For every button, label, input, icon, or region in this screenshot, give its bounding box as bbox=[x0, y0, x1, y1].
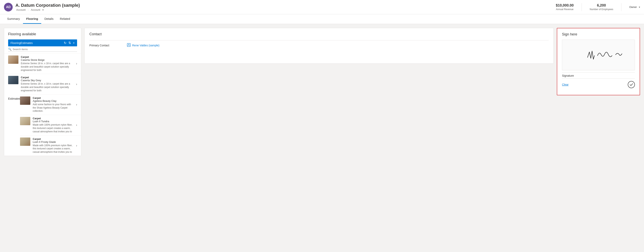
owner-field: Owner ▾ bbox=[629, 6, 640, 8]
carpet-info: Carpet Lush II Tundra Made with 100% pre… bbox=[33, 117, 74, 133]
employees-label: Number of Employees bbox=[590, 8, 613, 11]
contact-panel: Contact Primary Contact Rene Valdes (sam… bbox=[84, 28, 554, 64]
carpet-type: Carpet bbox=[33, 96, 74, 100]
carpet-info: Carpet Ageless Beauty Clay Add some fash… bbox=[33, 96, 74, 113]
primary-contact-name[interactable]: Rene Valdes (sample) bbox=[132, 44, 159, 47]
item-chevron-icon: › bbox=[76, 144, 77, 148]
sign-panel: Sign here Signature Clear bbox=[557, 28, 640, 95]
list-item[interactable]: Carpet Ageless Beauty Clay Add some fash… bbox=[20, 94, 81, 115]
carpet-name: Caserta Sky Grey bbox=[21, 79, 74, 82]
carpet-desc: Made with 100% premium nylon fiber, this… bbox=[33, 123, 74, 133]
contact-title: Contact bbox=[89, 32, 549, 36]
carpet-type: Carpet bbox=[21, 76, 74, 79]
header-divider bbox=[582, 3, 582, 11]
search-input[interactable] bbox=[13, 48, 77, 51]
page-title: A. Datum Corporation (sample) bbox=[16, 3, 80, 8]
carpet-info: Carpet Lush II Frosty Glade Made with 10… bbox=[33, 138, 74, 154]
sign-actions: Clear bbox=[562, 78, 635, 89]
owner-label: Owner bbox=[629, 6, 637, 8]
tab-summary[interactable]: Summary bbox=[4, 14, 23, 24]
item-chevron-icon: › bbox=[76, 62, 77, 66]
carpet-thumbnail bbox=[20, 117, 30, 125]
list-item[interactable]: Carpet Caserta Stone Beige Extreme Serie… bbox=[4, 53, 81, 74]
estimates-section: Estimates Carpet Ageless Beauty Clay Add… bbox=[4, 94, 81, 156]
breadcrumb-account[interactable]: Account bbox=[16, 8, 26, 11]
list-item[interactable]: Carpet Lush II Tundra Made with 100% pre… bbox=[20, 115, 81, 135]
list-item[interactable]: Carpet Caserta Sky Grey Extreme Series 1… bbox=[4, 74, 81, 94]
estimates-items: Carpet Ageless Beauty Clay Add some fash… bbox=[20, 94, 81, 156]
add-icon[interactable]: + bbox=[73, 41, 75, 45]
avatar: AD bbox=[4, 3, 13, 12]
carpet-desc: Add some fashion to your floors with the… bbox=[33, 103, 74, 113]
refresh-icon[interactable]: ↻ bbox=[64, 41, 66, 45]
subheader-bar-label: FlooringEstimates bbox=[10, 42, 62, 44]
employees-stat: 6,200 Number of Employees bbox=[590, 3, 613, 11]
header-title: A. Datum Corporation (sample) Account · … bbox=[16, 3, 80, 11]
confirm-button[interactable] bbox=[628, 81, 635, 88]
tab-details[interactable]: Details bbox=[41, 14, 57, 24]
flooring-body: Carpet Caserta Stone Beige Extreme Serie… bbox=[4, 53, 81, 156]
contact-person-icon bbox=[127, 43, 130, 48]
search-bar: 🔍 bbox=[8, 48, 77, 52]
primary-contact-value[interactable]: Rene Valdes (sample) bbox=[127, 43, 159, 48]
clear-button[interactable]: Clear bbox=[562, 83, 568, 86]
carpet-name: Caserta Stone Beige bbox=[21, 58, 74, 62]
svg-point-1 bbox=[128, 44, 130, 45]
carpet-thumbnail bbox=[8, 76, 18, 84]
tab-flooring[interactable]: Flooring bbox=[23, 14, 41, 24]
carpet-type: Carpet bbox=[33, 117, 74, 120]
flooring-panel: Flooring available FlooringEstimates ↻ ⇅… bbox=[4, 28, 81, 156]
item-chevron-icon: › bbox=[76, 123, 77, 127]
tab-related[interactable]: Related bbox=[57, 14, 73, 24]
carpet-type: Carpet bbox=[21, 56, 74, 58]
checkmark-icon bbox=[629, 82, 634, 87]
main-content: Flooring available FlooringEstimates ↻ ⇅… bbox=[0, 24, 644, 160]
contact-row: Primary Contact Rene Valdes (sample) bbox=[89, 40, 549, 50]
carpet-desc: Extreme Series 18 in. x 18 in. carpet ti… bbox=[21, 82, 74, 92]
primary-contact-label: Primary Contact bbox=[89, 44, 121, 47]
flooring-items-list: Carpet Caserta Stone Beige Extreme Serie… bbox=[4, 53, 81, 156]
nav-tabs: Summary Flooring Details Related bbox=[0, 14, 644, 24]
item-chevron-icon: › bbox=[76, 103, 77, 106]
carpet-desc: Extreme Series 18 in. x 18 in. carpet ti… bbox=[21, 62, 74, 72]
owner-chevron-icon[interactable]: ▾ bbox=[639, 6, 640, 8]
signature-svg bbox=[562, 40, 635, 70]
carpet-thumbnail bbox=[8, 56, 18, 64]
flooring-title: Flooring available bbox=[4, 32, 81, 40]
breadcrumb-account2[interactable]: Account bbox=[31, 8, 40, 11]
sign-title: Sign here bbox=[562, 32, 635, 36]
flooring-subheader-bar: FlooringEstimates ↻ ⇅ + bbox=[8, 40, 77, 46]
carpet-thumbnail bbox=[20, 96, 30, 105]
annual-revenue-label: Annual Revenue bbox=[556, 8, 574, 11]
signature-label: Signature bbox=[562, 72, 635, 78]
carpet-desc: Made with 100% premium nylon fiber, this… bbox=[33, 144, 74, 154]
breadcrumb: Account · Account ▾ bbox=[16, 8, 80, 11]
annual-revenue-stat: $10,000.00 Annual Revenue bbox=[556, 3, 574, 11]
carpet-name: Ageless Beauty Clay bbox=[33, 100, 74, 102]
header-divider2 bbox=[621, 3, 622, 11]
carpet-thumbnail bbox=[20, 138, 30, 146]
header: AD A. Datum Corporation (sample) Account… bbox=[0, 0, 644, 14]
carpet-info: Carpet Caserta Stone Beige Extreme Serie… bbox=[21, 56, 74, 72]
carpet-type: Carpet bbox=[33, 138, 74, 140]
carpet-name: Lush II Frosty Glade bbox=[33, 140, 74, 144]
item-chevron-icon: › bbox=[76, 82, 77, 86]
estimates-label: Estimates bbox=[4, 94, 20, 100]
list-item[interactable]: Carpet Lush II Frosty Glade Made with 10… bbox=[20, 135, 81, 156]
annual-revenue-value: $10,000.00 bbox=[556, 3, 574, 8]
search-icon: 🔍 bbox=[8, 48, 12, 51]
carpet-info: Carpet Caserta Sky Grey Extreme Series 1… bbox=[21, 76, 74, 92]
header-stats: $10,000.00 Annual Revenue 6,200 Number o… bbox=[556, 3, 640, 11]
breadcrumb-chevron-icon[interactable]: ▾ bbox=[42, 8, 44, 11]
filter-icon[interactable]: ⇅ bbox=[68, 41, 71, 45]
carpet-name: Lush II Tundra bbox=[33, 120, 74, 123]
signature-area[interactable] bbox=[562, 40, 635, 70]
employees-value: 6,200 bbox=[590, 3, 613, 8]
